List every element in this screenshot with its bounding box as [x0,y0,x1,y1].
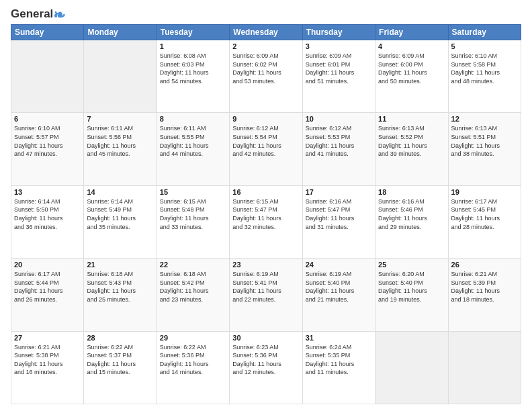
day-number: 19 [451,188,518,196]
day-header-tuesday: Tuesday [157,25,229,40]
day-number: 22 [160,261,226,269]
calendar-cell: 19Sunrise: 6:17 AM Sunset: 5:45 PM Dayli… [448,185,521,258]
day-info: Sunrise: 6:18 AM Sunset: 5:43 PM Dayligh… [87,270,153,304]
calendar-cell: 17Sunrise: 6:16 AM Sunset: 5:47 PM Dayli… [302,185,375,258]
day-info: Sunrise: 6:13 AM Sunset: 5:52 PM Dayligh… [378,124,445,158]
day-number: 14 [87,188,153,196]
day-number: 13 [14,188,81,196]
calendar-cell: 21Sunrise: 6:18 AM Sunset: 5:43 PM Dayli… [84,259,157,331]
day-number: 7 [87,115,153,123]
day-info: Sunrise: 6:15 AM Sunset: 5:47 PM Dayligh… [232,197,299,231]
day-info: Sunrise: 6:21 AM Sunset: 5:39 PM Dayligh… [451,270,518,304]
day-number: 16 [232,188,299,196]
day-number: 3 [306,42,372,50]
day-number: 23 [232,261,299,269]
calendar-week-row: 13Sunrise: 6:14 AM Sunset: 5:50 PM Dayli… [11,185,521,258]
day-info: Sunrise: 6:17 AM Sunset: 5:44 PM Dayligh… [14,270,81,304]
day-number: 30 [232,334,299,342]
calendar-cell: 7Sunrise: 6:11 AM Sunset: 5:56 PM Daylig… [84,113,157,185]
calendar-cell: 2Sunrise: 6:09 AM Sunset: 6:02 PM Daylig… [230,40,302,113]
calendar-cell: 29Sunrise: 6:22 AM Sunset: 5:36 PM Dayli… [157,331,229,404]
calendar-cell: 1Sunrise: 6:08 AM Sunset: 6:03 PM Daylig… [157,40,229,113]
calendar-cell: 22Sunrise: 6:18 AM Sunset: 5:42 PM Dayli… [157,259,229,331]
day-info: Sunrise: 6:24 AM Sunset: 5:35 PM Dayligh… [306,343,372,377]
logo: General❧ [11,8,65,20]
day-info: Sunrise: 6:19 AM Sunset: 5:40 PM Dayligh… [306,270,372,304]
calendar-cell: 8Sunrise: 6:11 AM Sunset: 5:55 PM Daylig… [157,113,229,185]
day-number: 10 [306,115,372,123]
calendar-cell: 15Sunrise: 6:15 AM Sunset: 5:48 PM Dayli… [157,185,229,258]
day-number: 17 [306,188,372,196]
day-number: 28 [87,334,153,342]
day-number: 26 [451,261,518,269]
day-info: Sunrise: 6:09 AM Sunset: 6:02 PM Dayligh… [232,52,299,85]
day-number: 6 [14,115,81,123]
day-number: 21 [87,261,153,269]
day-number: 20 [14,261,81,269]
day-number: 8 [160,115,226,123]
day-number: 1 [160,42,226,50]
calendar-cell: 13Sunrise: 6:14 AM Sunset: 5:50 PM Dayli… [11,185,84,258]
day-number: 31 [306,334,372,342]
day-number: 29 [160,334,226,342]
day-info: Sunrise: 6:23 AM Sunset: 5:36 PM Dayligh… [232,343,299,377]
calendar-cell [448,331,521,404]
day-number: 27 [14,334,81,342]
calendar-cell: 24Sunrise: 6:19 AM Sunset: 5:40 PM Dayli… [302,259,375,331]
day-info: Sunrise: 6:11 AM Sunset: 5:56 PM Dayligh… [87,124,153,158]
day-info: Sunrise: 6:22 AM Sunset: 5:36 PM Dayligh… [160,343,226,377]
day-header-monday: Monday [84,25,157,40]
day-number: 5 [451,42,518,50]
day-info: Sunrise: 6:14 AM Sunset: 5:50 PM Dayligh… [14,197,81,231]
calendar-cell: 25Sunrise: 6:20 AM Sunset: 5:40 PM Dayli… [375,259,448,331]
calendar-cell: 16Sunrise: 6:15 AM Sunset: 5:47 PM Dayli… [230,185,302,258]
day-info: Sunrise: 6:18 AM Sunset: 5:42 PM Dayligh… [160,270,226,304]
day-info: Sunrise: 6:21 AM Sunset: 5:38 PM Dayligh… [14,343,81,377]
day-number: 15 [160,188,226,196]
calendar-cell: 27Sunrise: 6:21 AM Sunset: 5:38 PM Dayli… [11,331,84,404]
page: General❧ SundayMondayTuesdayWednesdayThu… [0,0,532,411]
day-header-wednesday: Wednesday [230,25,302,40]
day-info: Sunrise: 6:15 AM Sunset: 5:48 PM Dayligh… [160,197,226,231]
calendar-week-row: 20Sunrise: 6:17 AM Sunset: 5:44 PM Dayli… [11,259,521,331]
calendar-body: 1Sunrise: 6:08 AM Sunset: 6:03 PM Daylig… [11,40,521,404]
calendar-cell: 4Sunrise: 6:09 AM Sunset: 6:00 PM Daylig… [375,40,448,113]
day-header-friday: Friday [375,25,448,40]
day-info: Sunrise: 6:09 AM Sunset: 6:01 PM Dayligh… [306,52,372,85]
calendar-cell: 5Sunrise: 6:10 AM Sunset: 5:58 PM Daylig… [448,40,521,113]
calendar-cell: 12Sunrise: 6:13 AM Sunset: 5:51 PM Dayli… [448,113,521,185]
calendar-cell [84,40,157,113]
calendar-cell [11,40,84,113]
day-info: Sunrise: 6:19 AM Sunset: 5:41 PM Dayligh… [232,270,299,304]
day-info: Sunrise: 6:12 AM Sunset: 5:53 PM Dayligh… [306,124,372,158]
logo-bird-icon: ❧ [53,7,65,24]
day-info: Sunrise: 6:17 AM Sunset: 5:45 PM Dayligh… [451,197,518,231]
day-number: 12 [451,115,518,123]
calendar-cell: 6Sunrise: 6:10 AM Sunset: 5:57 PM Daylig… [11,113,84,185]
day-info: Sunrise: 6:11 AM Sunset: 5:55 PM Dayligh… [160,124,226,158]
logo-text: General❧ [11,8,65,23]
day-number: 2 [232,42,299,50]
calendar-cell: 20Sunrise: 6:17 AM Sunset: 5:44 PM Dayli… [11,259,84,331]
calendar-week-row: 6Sunrise: 6:10 AM Sunset: 5:57 PM Daylig… [11,113,521,185]
calendar-cell: 23Sunrise: 6:19 AM Sunset: 5:41 PM Dayli… [230,259,302,331]
calendar-cell: 18Sunrise: 6:16 AM Sunset: 5:46 PM Dayli… [375,185,448,258]
day-number: 18 [378,188,445,196]
day-number: 11 [378,115,445,123]
calendar-week-row: 1Sunrise: 6:08 AM Sunset: 6:03 PM Daylig… [11,40,521,113]
day-number: 9 [232,115,299,123]
day-number: 25 [378,261,445,269]
day-info: Sunrise: 6:10 AM Sunset: 5:57 PM Dayligh… [14,124,81,158]
day-info: Sunrise: 6:12 AM Sunset: 5:54 PM Dayligh… [232,124,299,158]
day-info: Sunrise: 6:10 AM Sunset: 5:58 PM Dayligh… [451,52,518,85]
calendar-week-row: 27Sunrise: 6:21 AM Sunset: 5:38 PM Dayli… [11,331,521,404]
calendar-cell: 3Sunrise: 6:09 AM Sunset: 6:01 PM Daylig… [302,40,375,113]
calendar-header-row: SundayMondayTuesdayWednesdayThursdayFrid… [11,25,521,40]
calendar-cell: 10Sunrise: 6:12 AM Sunset: 5:53 PM Dayli… [302,113,375,185]
day-info: Sunrise: 6:16 AM Sunset: 5:47 PM Dayligh… [306,197,372,231]
day-info: Sunrise: 6:09 AM Sunset: 6:00 PM Dayligh… [378,52,445,85]
day-info: Sunrise: 6:08 AM Sunset: 6:03 PM Dayligh… [160,52,226,85]
calendar-table: SundayMondayTuesdayWednesdayThursdayFrid… [11,24,521,404]
calendar-cell: 14Sunrise: 6:14 AM Sunset: 5:49 PM Dayli… [84,185,157,258]
day-number: 24 [306,261,372,269]
